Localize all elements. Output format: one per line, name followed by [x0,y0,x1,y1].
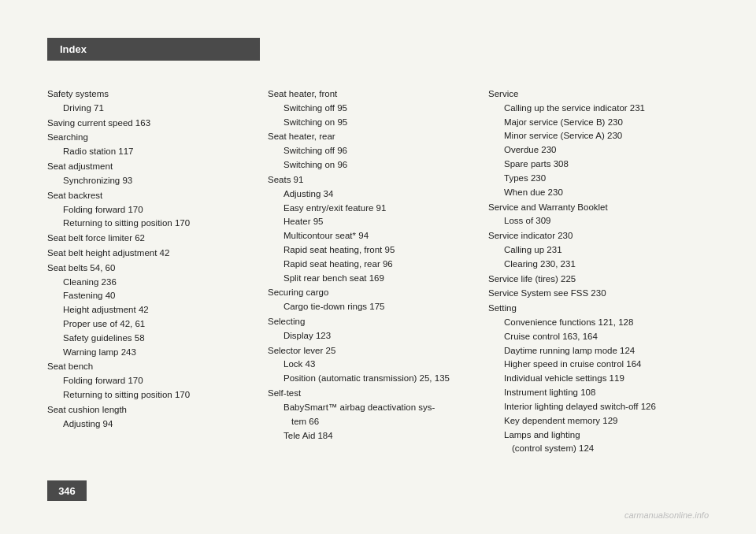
entry-1-7: Adjusting 34 [268,187,480,202]
entry-1-11: Rapid seat heating, front 95 [268,243,480,258]
entry-2-14: Service System see FSS 230 [488,287,701,301]
entry-2-11: Calling up 231 [488,243,701,258]
entry-0-13: Cleaning 236 [47,276,260,290]
entry-0-12: Seat belts 54, 60 [47,261,260,276]
entry-0-0: Safety systems [47,87,260,102]
index-title: Index [60,43,87,55]
entry-1-21: Self-test [268,387,480,401]
entry-1-15: Cargo tie-down rings 175 [268,300,480,314]
entry-1-13: Split rear bench seat 169 [268,272,480,286]
entry-2-6: Types 230 [488,172,701,186]
entry-0-22: Seat cushion length [47,403,260,417]
column-1: Seat heater, frontSwitching off 95Switch… [268,87,488,471]
entry-1-24: Tele Aid 184 [268,429,480,443]
entry-2-21: Instrument lighting 108 [488,386,701,400]
entry-2-24: Lamps and lighting [488,428,701,443]
entry-0-3: Searching [47,131,260,145]
entry-1-19: Lock 43 [268,358,480,372]
entry-1-16: Selecting [268,315,480,329]
entry-0-9: Returning to sitting position 170 [47,217,260,231]
entry-2-18: Daytime running lamp mode 124 [488,344,701,358]
column-2: ServiceCalling up the service indicator … [488,87,709,471]
entry-0-6: Synchronizing 93 [47,174,260,188]
entry-1-17: Display 123 [268,329,480,343]
entry-1-2: Switching on 95 [268,116,480,130]
page: Index Safety systemsDriving 71Saving cur… [0,0,756,534]
entry-1-12: Rapid seat heating, rear 96 [268,258,480,272]
entry-2-16: Convenience functions 121, 128 [488,316,701,330]
entry-2-3: Minor service (Service A) 230 [488,129,701,143]
entry-0-23: Adjusting 94 [47,417,260,432]
entry-1-14: Securing cargo [268,286,480,300]
entry-1-9: Heater 95 [268,215,480,229]
page-number: 346 [58,485,76,497]
entry-0-20: Folding forward 170 [47,374,260,388]
entry-0-19: Seat bench [47,360,260,374]
entry-0-17: Safety guidelines 58 [47,332,260,346]
entry-2-20: Individual vehicle settings 119 [488,372,701,386]
entry-2-4: Overdue 230 [488,143,701,158]
entry-2-15: Setting [488,302,701,316]
entry-1-18: Selector lever 25 [268,344,480,358]
entry-0-5: Seat adjustment [47,160,260,174]
entry-2-2: Major service (Service B) 230 [488,116,701,130]
entry-2-0: Service [488,87,701,102]
entry-2-23: Key dependent memory 129 [488,414,701,428]
index-header: Index [47,38,260,61]
entry-0-15: Height adjustment 42 [47,303,260,317]
entry-2-10: Service indicator 230 [488,229,701,243]
entry-2-19: Higher speed in cruise control 164 [488,358,701,372]
entry-0-1: Driving 71 [47,102,260,116]
entry-0-7: Seat backrest [47,189,260,203]
entry-2-17: Cruise control 163, 164 [488,330,701,344]
entry-2-13: Service life (tires) 225 [488,273,701,287]
entry-1-4: Switching off 96 [268,144,480,158]
entry-2-7: When due 230 [488,186,701,200]
entry-2-8: Service and Warranty Booklet [488,201,701,215]
entry-2-5: Spare parts 308 [488,158,701,172]
entry-1-1: Switching off 95 [268,102,480,116]
entry-2-1: Calling up the service indicator 231 [488,102,701,116]
entry-1-22: BabySmart™ airbag deactivation sys- [268,401,480,415]
entry-1-23: tem 66 [268,415,480,429]
entry-2-12: Clearing 230, 231 [488,258,701,272]
entry-0-21: Returning to sitting position 170 [47,388,260,402]
entry-0-16: Proper use of 42, 61 [47,317,260,332]
entry-1-6: Seats 91 [268,173,480,187]
watermark: carmanualsonline.info [624,510,709,520]
entry-0-4: Radio station 117 [47,145,260,159]
column-0: Safety systemsDriving 71Saving current s… [47,87,268,471]
entry-1-10: Multicontour seat* 94 [268,229,480,243]
entry-2-22: Interior lighting delayed switch-off 126 [488,400,701,414]
entry-0-18: Warning lamp 243 [47,346,260,360]
entry-1-5: Switching on 96 [268,158,480,172]
entry-1-0: Seat heater, front [268,87,480,102]
entry-0-10: Seat belt force limiter 62 [47,232,260,246]
entry-2-25: (control system) 124 [488,442,701,456]
entry-0-2: Saving current speed 163 [47,117,260,131]
entry-1-8: Easy entry/exit feature 91 [268,202,480,216]
page-number-box: 346 [47,480,87,501]
entry-2-9: Loss of 309 [488,214,701,228]
entry-0-8: Folding forward 170 [47,203,260,217]
entry-0-14: Fastening 40 [47,289,260,303]
content-area: Safety systemsDriving 71Saving current s… [47,87,709,471]
entry-1-3: Seat heater, rear [268,130,480,144]
entry-0-11: Seat belt height adjustment 42 [47,247,260,261]
entry-1-20: Position (automatic transmission) 25, 13… [268,372,480,386]
